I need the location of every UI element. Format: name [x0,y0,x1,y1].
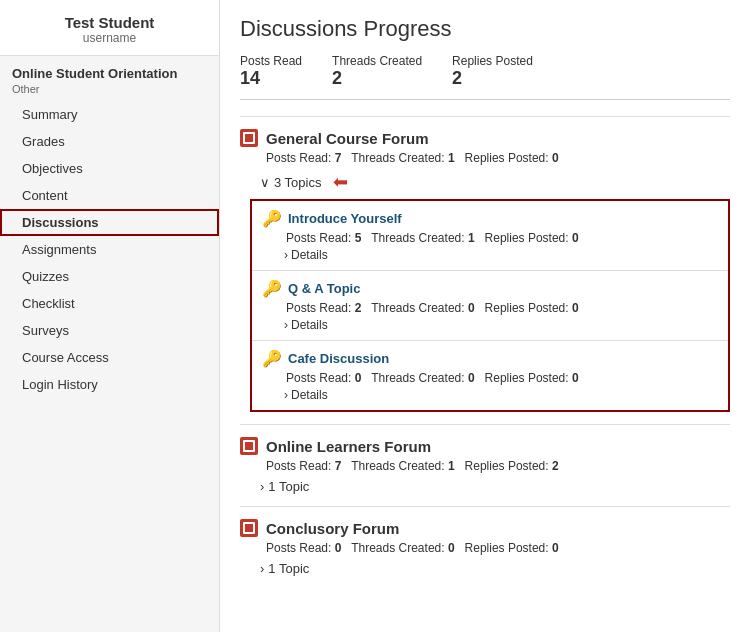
chevron-right-icon: › [284,388,288,402]
threads-created-value: 2 [332,68,422,89]
forum-icon [240,519,258,537]
topic-header: 🔑Introduce Yourself [262,209,718,228]
topic-item: 🔑Cafe DiscussionPosts Read: 0 Threads Cr… [252,341,728,410]
replies-posted-value: 2 [452,68,533,89]
sidebar-item-surveys[interactable]: Surveys [0,317,219,344]
topic-item: 🔑Introduce YourselfPosts Read: 5 Threads… [252,201,728,271]
topic-icon: 🔑 [262,209,282,228]
details-label: Details [291,248,328,262]
page-title: Discussions Progress [240,16,730,42]
replies-posted-label: Replies Posted [452,54,533,68]
topic-item: 🔑Q & A TopicPosts Read: 2 Threads Create… [252,271,728,341]
sidebar-item-quizzes[interactable]: Quizzes [0,263,219,290]
sidebar-item-objectives[interactable]: Objectives [0,155,219,182]
topic-header: 🔑Cafe Discussion [262,349,718,368]
chevron-down-icon: ∨ [260,175,270,190]
forum-title-row: Conclusory Forum [240,519,730,537]
forum-icon [240,437,258,455]
topic-stats: Posts Read: 2 Threads Created: 0 Replies… [286,301,718,315]
section-title: Online Student Orientation [0,56,219,83]
sidebar-item-assignments[interactable]: Assignments [0,236,219,263]
forum-icon [240,129,258,147]
posts-read-stat: Posts Read 14 [240,54,302,89]
forum-name: General Course Forum [266,130,429,147]
section-subtitle: Other [0,83,219,101]
forum-title-row: Online Learners Forum [240,437,730,455]
topic-icon: 🔑 [262,279,282,298]
forums-container: General Course ForumPosts Read: 7 Thread… [240,116,730,588]
sidebar-item-grades[interactable]: Grades [0,128,219,155]
sidebar: Test Student username Online Student Ori… [0,0,220,632]
sidebar-link-quizzes[interactable]: Quizzes [0,263,219,290]
sidebar-link-summary[interactable]: Summary [0,101,219,128]
sidebar-item-content[interactable]: Content [0,182,219,209]
forum-stats: Posts Read: 0 Threads Created: 0 Replies… [266,541,730,555]
topic-name[interactable]: Cafe Discussion [288,351,389,366]
details-toggle[interactable]: › Details [284,248,718,262]
chevron-right-icon: › [260,479,264,494]
sidebar-item-course-access[interactable]: Course Access [0,344,219,371]
topics-label: 1 Topic [268,561,309,576]
forum-stats: Posts Read: 7 Threads Created: 1 Replies… [266,459,730,473]
forum-title-row: General Course Forum [240,129,730,147]
forum-section-online-learners: Online Learners ForumPosts Read: 7 Threa… [240,424,730,506]
topic-stats: Posts Read: 5 Threads Created: 1 Replies… [286,231,718,245]
forum-section-conclusory: Conclusory ForumPosts Read: 0 Threads Cr… [240,506,730,588]
chevron-right-icon: › [284,248,288,262]
sidebar-link-assignments[interactable]: Assignments [0,236,219,263]
posts-read-label: Posts Read [240,54,302,68]
topics-toggle[interactable]: ∨3 Topics⬅ [260,171,730,193]
forum-name: Online Learners Forum [266,438,431,455]
topic-name[interactable]: Q & A Topic [288,281,360,296]
sidebar-link-discussions[interactable]: Discussions [0,209,219,236]
topics-toggle[interactable]: ›1 Topic [260,479,730,494]
chevron-right-icon: › [284,318,288,332]
details-label: Details [291,318,328,332]
topics-toggle[interactable]: ›1 Topic [260,561,730,576]
topic-header: 🔑Q & A Topic [262,279,718,298]
sidebar-item-summary[interactable]: Summary [0,101,219,128]
topic-icon: 🔑 [262,349,282,368]
topics-label: 3 Topics [274,175,321,190]
threads-created-label: Threads Created [332,54,422,68]
sidebar-link-course-access[interactable]: Course Access [0,344,219,371]
sidebar-item-checklist[interactable]: Checklist [0,290,219,317]
details-label: Details [291,388,328,402]
details-toggle[interactable]: › Details [284,318,718,332]
sidebar-link-objectives[interactable]: Objectives [0,155,219,182]
forum-name: Conclusory Forum [266,520,399,537]
main-content: Discussions Progress Posts Read 14 Threa… [220,0,750,632]
sidebar-link-grades[interactable]: Grades [0,128,219,155]
posts-read-value: 14 [240,68,302,89]
arrow-annotation: ⬅ [333,171,348,193]
details-toggle[interactable]: › Details [284,388,718,402]
student-name: Test Student [10,14,209,31]
sidebar-item-login-history[interactable]: Login History [0,371,219,398]
sidebar-link-login-history[interactable]: Login History [0,371,219,398]
topic-name[interactable]: Introduce Yourself [288,211,402,226]
topics-container: 🔑Introduce YourselfPosts Read: 5 Threads… [250,199,730,412]
sidebar-nav: SummaryGradesObjectivesContentDiscussion… [0,101,219,398]
stats-row: Posts Read 14 Threads Created 2 Replies … [240,54,730,100]
topics-label: 1 Topic [268,479,309,494]
username: username [10,31,209,45]
sidebar-link-surveys[interactable]: Surveys [0,317,219,344]
replies-posted-stat: Replies Posted 2 [452,54,533,89]
sidebar-link-content[interactable]: Content [0,182,219,209]
sidebar-header: Test Student username [0,0,219,56]
forum-section-general-course: General Course ForumPosts Read: 7 Thread… [240,116,730,424]
sidebar-link-checklist[interactable]: Checklist [0,290,219,317]
threads-created-stat: Threads Created 2 [332,54,422,89]
forum-stats: Posts Read: 7 Threads Created: 1 Replies… [266,151,730,165]
topic-stats: Posts Read: 0 Threads Created: 0 Replies… [286,371,718,385]
sidebar-item-discussions[interactable]: Discussions [0,209,219,236]
chevron-right-icon: › [260,561,264,576]
